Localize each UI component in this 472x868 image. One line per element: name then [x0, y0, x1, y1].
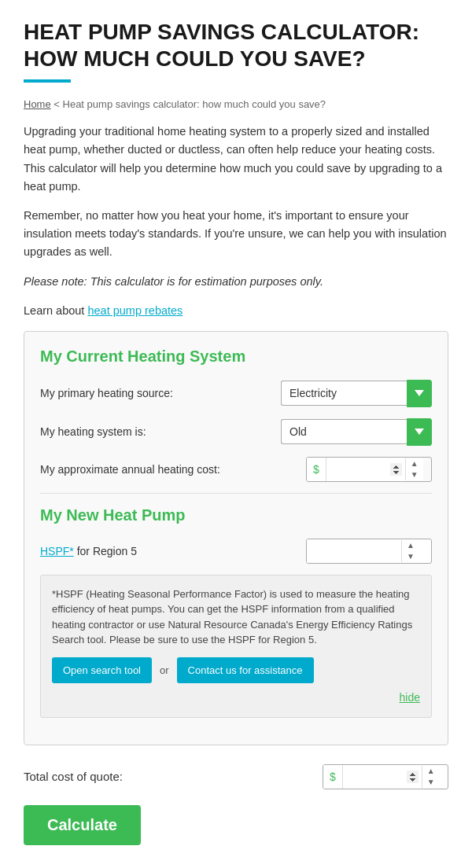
total-cost-input-wrap: $ ▲ ▼ — [323, 764, 448, 789]
primary-source-row: My primary heating source: Electricity N… — [40, 380, 432, 407]
primary-source-control: Electricity Natural Gas Oil Propane Wood — [281, 380, 432, 407]
current-heating-title: My Current Heating System — [40, 348, 432, 366]
total-cost-label: Total cost of quote: — [24, 770, 123, 783]
contact-us-button[interactable]: Contact us for assistance — [177, 657, 314, 683]
description-para1: Upgrading your traditional home heating … — [24, 123, 448, 196]
hspf-info-box: *HSPF (Heating Seasonal Performance Fact… — [40, 575, 432, 718]
description-note: Please note: This calculator is for esti… — [24, 273, 448, 291]
chevron-down-icon — [415, 390, 424, 396]
hspf-spinner: ▲ ▼ — [401, 540, 419, 562]
breadcrumb-separator: < — [51, 98, 63, 110]
breadcrumb-current: Heat pump savings calculator: how much c… — [63, 98, 326, 110]
heating-system-row: My heating system is: Old New Average — [40, 418, 432, 446]
hide-link-row: hide — [52, 690, 420, 706]
hspf-increment[interactable]: ▲ — [402, 540, 419, 551]
info-box-buttons: Open search tool or Contact us for assis… — [52, 657, 420, 683]
total-cost-spinner: ▲ ▼ — [422, 766, 440, 788]
calculate-button[interactable]: Calculate — [24, 805, 141, 845]
annual-cost-decrement[interactable]: ▼ — [406, 469, 423, 480]
description-para2: Remember, no matter how you heat your ho… — [24, 207, 448, 262]
chevron-down-icon — [415, 428, 424, 435]
annual-cost-currency: $ — [307, 458, 326, 481]
hspf-suffix: for Region 5 — [74, 545, 137, 557]
calculator-card: My Current Heating System My primary hea… — [24, 331, 448, 745]
breadcrumb-home-link[interactable]: Home — [24, 98, 51, 110]
hide-link[interactable]: hide — [400, 690, 420, 706]
hspf-link[interactable]: HSPF* — [40, 545, 74, 557]
primary-source-dropdown-arrow[interactable] — [407, 380, 432, 407]
new-pump-title: My New Heat Pump — [40, 506, 432, 524]
hspf-input-wrap: ▲ ▼ — [306, 539, 432, 564]
primary-source-label: My primary heating source: — [40, 387, 281, 399]
or-text: or — [160, 663, 169, 679]
heating-system-select-wrapper: Old New Average — [281, 419, 407, 444]
primary-source-select-wrapper: Electricity Natural Gas Oil Propane Wood — [281, 381, 407, 406]
heating-system-label: My heating system is: — [40, 425, 281, 438]
total-cost-currency: $ — [323, 765, 343, 789]
hspf-label: HSPF* for Region 5 — [40, 545, 137, 557]
annual-cost-input[interactable] — [326, 458, 405, 481]
heating-system-select[interactable]: Old New Average — [281, 419, 407, 444]
rebates-prefix: Learn about — [24, 304, 87, 317]
breadcrumb: Home < Heat pump savings calculator: how… — [24, 98, 448, 110]
annual-cost-spinner: ▲ ▼ — [405, 458, 423, 480]
hspf-decrement[interactable]: ▼ — [402, 551, 419, 562]
total-cost-decrement[interactable]: ▼ — [422, 777, 440, 788]
annual-cost-label: My approximate annual heating cost: — [40, 463, 306, 476]
heating-system-dropdown-arrow[interactable] — [407, 418, 432, 446]
primary-source-select[interactable]: Electricity Natural Gas Oil Propane Wood — [281, 381, 407, 406]
hspf-info-text: *HSPF (Heating Seasonal Performance Fact… — [52, 587, 420, 648]
page-title: HEAT PUMP SAVINGS CALCULATOR: HOW MUCH C… — [24, 19, 448, 72]
hspf-row: HSPF* for Region 5 ▲ ▼ — [40, 539, 432, 564]
total-cost-input[interactable] — [343, 765, 422, 789]
total-cost-increment[interactable]: ▲ — [422, 766, 440, 777]
hspf-input[interactable] — [307, 539, 401, 563]
description-section: Upgrading your traditional home heating … — [24, 123, 448, 320]
rebates-link[interactable]: heat pump rebates — [87, 304, 183, 317]
annual-cost-row: My approximate annual heating cost: $ ▲ … — [40, 457, 432, 482]
open-search-button[interactable]: Open search tool — [52, 657, 152, 683]
annual-cost-increment[interactable]: ▲ — [406, 458, 423, 469]
title-underline — [24, 79, 71, 83]
section-divider — [40, 493, 432, 494]
heating-system-control: Old New Average — [281, 418, 432, 446]
total-cost-row: Total cost of quote: $ ▲ ▼ — [24, 764, 448, 789]
annual-cost-input-wrap: $ ▲ ▼ — [306, 457, 432, 482]
rebates-row: Learn about heat pump rebates — [24, 302, 448, 320]
